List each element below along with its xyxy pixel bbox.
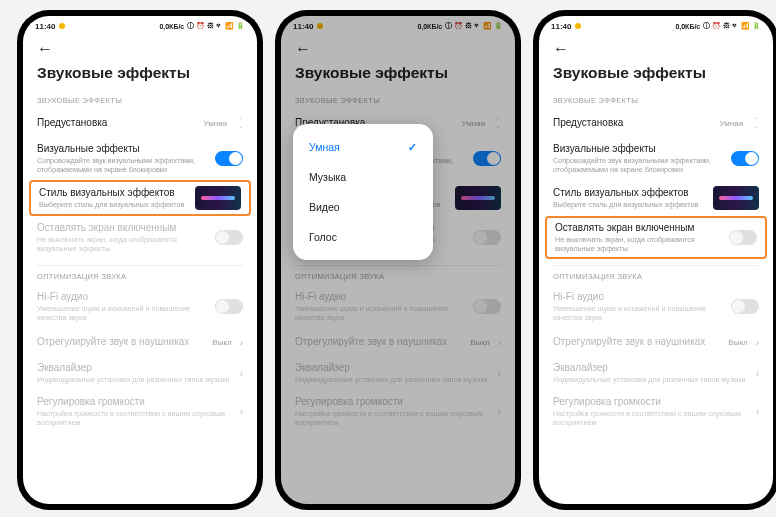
volume-row[interactable]: Регулировка громкости Настройка громкост… (23, 390, 257, 433)
divider (553, 265, 759, 266)
volume-row[interactable]: Регулировка громкостиНастройка громкости… (539, 390, 773, 433)
status-icons: ⓘ ⏰ ⚙ ᯤ 📶 🔋 (703, 21, 761, 31)
hifi-sub: Уменьшение шума и искажений и повышение … (37, 304, 207, 322)
hifi-title: Hi-Fi аудио (37, 291, 207, 304)
phone-2: 11:40 0,0КБ/сⓘ ⏰ ⚙ ᯤ 📶 🔋 ← Звуковые эффе… (275, 10, 521, 510)
visual-title: Визуальные эффекты (553, 143, 723, 156)
preset-popup: Умная✓ Музыка Видео Голос (293, 124, 433, 260)
section-optimization: ОПТИМИЗАЦИЯ ЗВУКА (539, 268, 773, 285)
eq-title: Эквалайзер (553, 362, 748, 375)
phone-1: 11:40 0,0КБ/сⓘ ⏰ ⚙ ᯤ 📶 🔋 ← Звуковые эффе… (17, 10, 263, 510)
back-button[interactable]: ← (553, 40, 569, 58)
visual-sub: Сопровождайте звук визуальными эффектами… (553, 156, 723, 174)
status-bar: 11:40 0,0КБ/сⓘ ⏰ ⚙ ᯤ 📶 🔋 (23, 16, 257, 36)
chevron-right-icon: › (756, 368, 759, 379)
divider (37, 265, 243, 266)
back-button[interactable]: ← (37, 40, 53, 58)
preset-label: Предустановка (37, 117, 196, 130)
preset-value: Умная (720, 119, 743, 128)
opt-label: Умная (309, 141, 340, 153)
volume-sub: Настройка громкости в соответствии с ваш… (37, 409, 232, 427)
keep-screen-toggle[interactable] (215, 230, 243, 245)
visual-sub: Сопровождайте звук визуальными эффектами… (37, 156, 207, 174)
headphones-value: Выкл (212, 338, 231, 347)
style-thumbnail (195, 186, 241, 210)
eq-row[interactable]: Эквалайзер Индивидуальные установки для … (23, 356, 257, 390)
screen-2: 11:40 0,0КБ/сⓘ ⏰ ⚙ ᯤ 📶 🔋 ← Звуковые эффе… (281, 16, 515, 504)
modal-overlay[interactable]: Умная✓ Музыка Видео Голос (281, 16, 515, 504)
popup-option-video[interactable]: Видео (293, 192, 433, 222)
style-sub: Выберите стиль для визуальных эффектов (553, 200, 705, 209)
section-optimization: ОПТИМИЗАЦИЯ ЗВУКА (23, 268, 257, 285)
keepon-title: Оставлять экран включенным (555, 222, 721, 235)
keep-screen-row[interactable]: Оставлять экран включенным Не выключать … (23, 216, 257, 259)
check-icon: ✓ (408, 141, 417, 153)
popup-option-voice[interactable]: Голос (293, 222, 433, 252)
clock: 11:40 (551, 22, 571, 31)
chevron-right-icon: › (240, 368, 243, 379)
chevron-right-icon: › (240, 406, 243, 417)
section-sound-effects: ЗВУКОВЫЕ ЭФФЕКТЫ (23, 92, 257, 109)
phone-3: 11:40 0,0КБ/сⓘ ⏰ ⚙ ᯤ 📶 🔋 ← Звуковые эффе… (533, 10, 776, 510)
status-icons: ⓘ ⏰ ⚙ ᯤ 📶 🔋 (187, 21, 245, 31)
eq-sub: Индивидуальные установки для различных т… (37, 375, 232, 384)
visual-effects-toggle[interactable] (731, 151, 759, 166)
headphones-title: Отрегулируйте звук в наушниках (553, 336, 720, 349)
chevron-right-icon: › (756, 337, 759, 348)
page-title: Звуковые эффекты (539, 62, 773, 92)
opt-label: Голос (309, 231, 337, 243)
updown-icon: ⌃⌄ (238, 117, 243, 129)
style-thumbnail (713, 186, 759, 210)
volume-sub: Настройка громкости в соответствии с ваш… (553, 409, 748, 427)
screen-1: 11:40 0,0КБ/сⓘ ⏰ ⚙ ᯤ 📶 🔋 ← Звуковые эффе… (23, 16, 257, 504)
visual-effects-toggle[interactable] (215, 151, 243, 166)
hifi-row[interactable]: Hi-Fi аудио Уменьшение шума и искажений … (23, 285, 257, 328)
keepon-sub: Не выключать экран, когда отображаются в… (37, 235, 207, 253)
preset-row[interactable]: Предустановка Умная ⌃⌄ (539, 109, 773, 137)
net-speed: 0,0КБ/с (675, 23, 700, 30)
visual-style-row[interactable]: Стиль визуальных эффектовВыберите стиль … (539, 180, 773, 216)
chevron-right-icon: › (240, 337, 243, 348)
hifi-title: Hi-Fi аудио (553, 291, 723, 304)
hifi-toggle[interactable] (731, 299, 759, 314)
style-title: Стиль визуальных эффектов (553, 187, 705, 200)
net-speed: 0,0КБ/с (159, 23, 184, 30)
status-bar: 11:40 0,0КБ/сⓘ ⏰ ⚙ ᯤ 📶 🔋 (539, 16, 773, 36)
section-sound-effects: ЗВУКОВЫЕ ЭФФЕКТЫ (539, 92, 773, 109)
keep-screen-row[interactable]: Оставлять экран включеннымНе выключать э… (545, 216, 767, 259)
preset-label: Предустановка (553, 117, 712, 130)
popup-option-music[interactable]: Музыка (293, 162, 433, 192)
chevron-right-icon: › (756, 406, 759, 417)
page-title: Звуковые эффекты (23, 62, 257, 92)
style-title: Стиль визуальных эффектов (39, 187, 187, 200)
volume-title: Регулировка громкости (553, 396, 748, 409)
preset-row[interactable]: Предустановка Умная ⌃⌄ (23, 109, 257, 137)
headphones-value: Выкл (728, 338, 747, 347)
headphones-row[interactable]: Отрегулируйте звук в наушниках Выкл› (539, 328, 773, 356)
opt-label: Музыка (309, 171, 346, 183)
status-dot-icon (59, 23, 65, 29)
volume-title: Регулировка громкости (37, 396, 232, 409)
headphones-title: Отрегулируйте звук в наушниках (37, 336, 204, 349)
eq-title: Эквалайзер (37, 362, 232, 375)
keepon-sub: Не выключать экран, когда отображаются в… (555, 235, 721, 253)
eq-row[interactable]: ЭквалайзерИндивидуальные установки для р… (539, 356, 773, 390)
keepon-title: Оставлять экран включенным (37, 222, 207, 235)
status-dot-icon (575, 23, 581, 29)
visual-title: Визуальные эффекты (37, 143, 207, 156)
style-sub: Выберите стиль для визуальных эффектов (39, 200, 187, 209)
hifi-toggle[interactable] (215, 299, 243, 314)
hifi-row[interactable]: Hi-Fi аудиоУменьшение шума и искажений и… (539, 285, 773, 328)
eq-sub: Индивидуальные установки для различных т… (553, 375, 748, 384)
popup-option-smart[interactable]: Умная✓ (293, 132, 433, 162)
visual-style-row[interactable]: Стиль визуальных эффектов Выберите стиль… (29, 180, 251, 216)
updown-icon: ⌃⌄ (754, 117, 759, 129)
keep-screen-toggle[interactable] (729, 230, 757, 245)
hifi-sub: Уменьшение шума и искажений и повышение … (553, 304, 723, 322)
visual-effects-row[interactable]: Визуальные эффектыСопровождайте звук виз… (539, 137, 773, 180)
screen-3: 11:40 0,0КБ/сⓘ ⏰ ⚙ ᯤ 📶 🔋 ← Звуковые эффе… (539, 16, 773, 504)
headphones-row[interactable]: Отрегулируйте звук в наушниках Выкл › (23, 328, 257, 356)
visual-effects-row[interactable]: Визуальные эффекты Сопровождайте звук ви… (23, 137, 257, 180)
clock: 11:40 (35, 22, 55, 31)
preset-value: Умная (204, 119, 227, 128)
